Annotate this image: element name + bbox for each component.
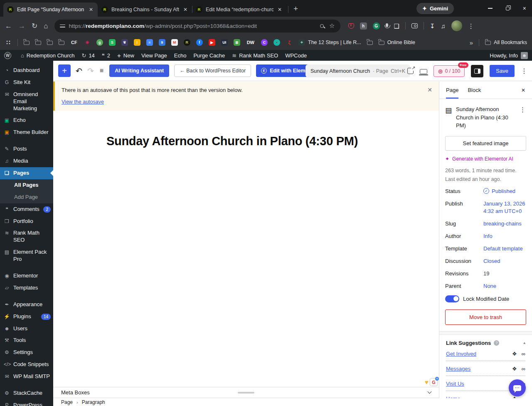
admin-bar-item[interactable]: WPCode xyxy=(285,52,307,59)
close-sidebar-icon[interactable]: ✕ xyxy=(521,87,525,93)
admin-bar-item[interactable]: W xyxy=(4,52,14,59)
bookmark-item[interactable]: S xyxy=(109,39,116,46)
site-settings-icon[interactable] xyxy=(60,23,65,28)
admin-bar-item[interactable]: Echo xyxy=(174,52,187,59)
bookmark-item[interactable]: g xyxy=(96,39,103,46)
suggestion-link[interactable]: Get Involved xyxy=(446,351,476,357)
microphone-icon[interactable] xyxy=(386,23,388,27)
set-featured-image-button[interactable]: Set featured image xyxy=(445,136,526,151)
generate-with-elementor-ai[interactable]: ✦ Generate with Elementor AI xyxy=(445,156,526,162)
admin-bar-item[interactable]: ❝ 2 xyxy=(102,52,110,59)
back-icon[interactable]: ← xyxy=(5,22,12,30)
sidebar-menu-item[interactable]: ▤ Element Pack Pro xyxy=(0,246,53,265)
ai-writing-assistant-button[interactable]: AI Writing Assistant xyxy=(109,64,169,77)
address-bar[interactable]: https://redemptionplano.com/wp-admin/pos… xyxy=(54,20,340,32)
sidebar-menu-item[interactable]: ⚙ Settings xyxy=(0,347,53,359)
save-button[interactable]: Save xyxy=(490,65,515,77)
sidebar-menu-item[interactable]: ❒ Portfolio xyxy=(0,215,53,228)
meta-boxes-bar[interactable]: Meta Boxes xyxy=(53,387,439,398)
bookmark-item[interactable]: ! xyxy=(134,39,140,46)
tab-close-icon[interactable]: ✕ xyxy=(88,7,94,12)
bookmark-item[interactable]: CF xyxy=(70,39,78,46)
copy-tag-icon[interactable]: ❖ xyxy=(512,366,517,372)
grammarly-extension-icon[interactable]: G xyxy=(373,22,380,30)
view-page-external-icon[interactable] xyxy=(407,68,414,74)
downloads-icon[interactable]: ↧ xyxy=(430,23,435,29)
puzzle-extensions-icon[interactable]: ❑ xyxy=(394,23,399,29)
admin-bar-item[interactable]: ↻ 14 xyxy=(81,52,94,59)
suggestion-link[interactable]: Home xyxy=(446,396,461,399)
chat-widget-button[interactable]: ··· xyxy=(509,379,526,396)
field-value[interactable]: 19 xyxy=(483,270,489,277)
bookmark-item[interactable]: ▶ xyxy=(209,39,215,46)
collapse-panel-icon[interactable]: ▴ xyxy=(523,341,525,345)
reload-icon[interactable]: ↻ xyxy=(32,22,37,30)
undo-icon[interactable]: ↶ xyxy=(76,66,82,76)
chevron-down-icon[interactable] xyxy=(428,390,432,394)
admin-bar-item[interactable]: ≋ Rank Math SEO xyxy=(232,52,278,59)
tab-close-icon[interactable]: ✕ xyxy=(277,7,283,12)
help-icon[interactable]: ? xyxy=(494,340,499,346)
extension-badge-icon[interactable]: G xyxy=(430,379,437,386)
browser-menu-icon[interactable]: ⋮ xyxy=(468,23,474,29)
tab-page[interactable]: Page xyxy=(446,82,458,99)
bookmark-item[interactable]: ❦ xyxy=(121,39,128,46)
insert-link-icon[interactable]: ∞ xyxy=(522,351,525,357)
media-playlist-icon[interactable]: ♫ xyxy=(441,23,446,29)
sidebar-menu-item[interactable]: ♫ Media xyxy=(0,155,53,167)
sidebar-menu-item[interactable]: ✒ Appearance xyxy=(0,299,53,311)
view-autosave-link[interactable]: View the autosave xyxy=(62,99,104,105)
sidebar-menu-item[interactable]: ✉ WP Mail SMTP xyxy=(0,371,53,383)
sidebar-menu-item[interactable]: G Site Kit xyxy=(0,77,53,89)
bookmark-item[interactable]: M xyxy=(171,39,178,46)
sidebar-menu-item[interactable]: ✉ Omnisend Email Marketing xyxy=(0,89,53,115)
bookmark-item[interactable] xyxy=(479,39,479,46)
dismiss-notice-icon[interactable]: ✕ xyxy=(427,87,432,93)
bookmark-item[interactable] xyxy=(47,40,53,45)
editor-options-icon[interactable]: ⋮ xyxy=(521,67,528,75)
bookmark-item[interactable]: All Bookmarks xyxy=(485,40,527,45)
sidebar-menu-item[interactable]: P PowerPress xyxy=(0,399,53,406)
new-tab-button[interactable]: + xyxy=(293,4,298,13)
forward-icon[interactable]: → xyxy=(18,22,25,30)
sidebar-menu-item[interactable]: ◉ Elementor xyxy=(0,270,53,282)
bookmark-item[interactable]: ∷ xyxy=(5,39,12,46)
h-extension-icon[interactable]: h xyxy=(360,22,367,30)
page-title[interactable]: Sunday Afternoon Church in Plano (4:30 P… xyxy=(53,111,439,148)
browser-tab[interactable]: R Edit Media “redemption-church ✕ xyxy=(192,2,286,17)
field-value[interactable]: Closed xyxy=(483,258,500,264)
reaction-emoji-icon[interactable]: ♥ xyxy=(425,379,429,386)
field-value[interactable]: Info xyxy=(483,233,493,239)
sidebar-menu-item[interactable]: </> Code Snippets xyxy=(0,359,53,371)
sidebar-menu-item[interactable]: ✎ Posts xyxy=(0,143,53,155)
admin-bar-item[interactable]: Purge Cache xyxy=(193,52,225,59)
tab-search-icon[interactable] xyxy=(411,23,418,28)
insert-link-icon[interactable]: ∞ xyxy=(522,396,525,399)
sidebar-menu-item[interactable]: ≋ Rank Math SEO xyxy=(0,227,53,246)
account-menu[interactable]: Howdy, Info ☻ xyxy=(490,52,528,59)
insert-link-icon[interactable]: ∞ xyxy=(522,366,525,372)
sidebar-menu-item[interactable]: ☻ Users xyxy=(0,323,53,335)
rank-math-score-badge[interactable]: ◎ 0 / 100 Free xyxy=(433,65,465,77)
browser-tab[interactable]: R Breaking Chains - Sunday After ✕ xyxy=(98,2,192,17)
block-inserter-button[interactable]: + xyxy=(58,64,71,77)
sidebar-menu-item[interactable]: ❝ Comments 2 xyxy=(0,203,53,215)
admin-bar-item[interactable]: + New xyxy=(117,52,134,59)
bookmark-item[interactable]: ≡ xyxy=(146,39,153,46)
lock-modified-date-toggle[interactable] xyxy=(445,295,459,302)
breadcrumb-root[interactable]: Page xyxy=(61,399,73,405)
zoom-icon[interactable] xyxy=(320,24,324,28)
bookmark-item[interactable]: ▪ xyxy=(273,39,280,46)
home-icon[interactable]: ⌂ xyxy=(44,22,48,30)
copy-tag-icon[interactable]: ❖ xyxy=(512,351,517,357)
close-window-icon[interactable]: × xyxy=(523,5,526,12)
document-overview-icon[interactable]: ≡ xyxy=(100,67,103,74)
sidebar-menu-item[interactable]: ❏ Pages xyxy=(0,167,53,179)
bookmark-item[interactable] xyxy=(367,40,373,45)
gemini-button[interactable]: ✦ Gemini xyxy=(416,3,454,14)
browser-tab[interactable]: R Edit Page “Sunday Afternoon C ✕ xyxy=(3,2,98,17)
bookmark-item[interactable]: ✳ xyxy=(84,39,91,46)
suggestion-link[interactable]: Visit Us xyxy=(446,381,464,387)
bookmark-item[interactable]: UI xyxy=(221,39,228,46)
sidebar-menu-item[interactable]: All Pages xyxy=(0,179,53,191)
